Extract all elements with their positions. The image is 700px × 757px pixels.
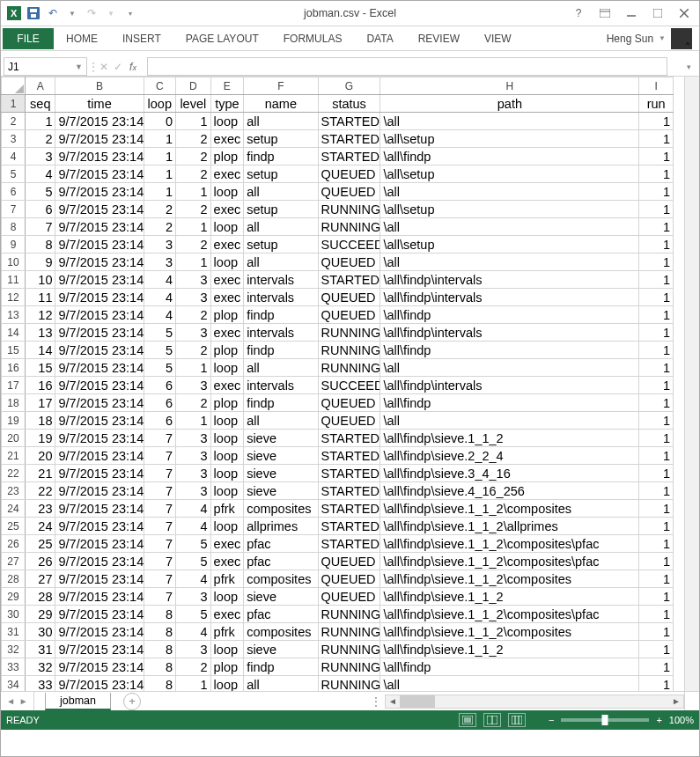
cell[interactable]: 29	[26, 606, 55, 623]
cell[interactable]: all	[244, 183, 318, 201]
cell[interactable]: 3	[176, 271, 211, 289]
cell[interactable]: \all	[380, 113, 639, 130]
cell[interactable]: \all\findp\sieve.4_16_256	[380, 482, 639, 500]
cell[interactable]: 26	[26, 553, 55, 570]
cell[interactable]: 1	[639, 218, 674, 236]
cell[interactable]: 1	[639, 482, 674, 500]
cell[interactable]: 27	[26, 570, 55, 588]
cell[interactable]: pfrk	[210, 500, 244, 518]
cell[interactable]: all	[244, 676, 318, 692]
cell[interactable]: loop	[210, 465, 244, 482]
row-header[interactable]: 7	[2, 201, 26, 218]
cell[interactable]: 11	[26, 289, 55, 306]
row-header[interactable]: 22	[2, 465, 26, 482]
cell[interactable]: \all\findp\sieve.1_1_2\composites	[380, 623, 639, 641]
row-header[interactable]: 16	[2, 359, 26, 377]
cell[interactable]: 1	[639, 676, 674, 692]
cell[interactable]: 1	[639, 183, 674, 201]
cell[interactable]: \all	[380, 183, 639, 201]
row-header[interactable]: 23	[2, 482, 26, 500]
cell[interactable]: loop	[144, 95, 175, 113]
cell[interactable]: 4	[176, 570, 211, 588]
cell[interactable]: QUEUED	[318, 306, 380, 324]
cell[interactable]: 1	[176, 183, 211, 201]
cell[interactable]: loop	[210, 218, 244, 236]
cell[interactable]: 4	[144, 271, 175, 289]
cell[interactable]: loop	[210, 676, 244, 692]
cell[interactable]: exec	[210, 289, 244, 306]
cell[interactable]: setup	[244, 130, 318, 148]
cell[interactable]: STARTED	[318, 430, 380, 447]
cell[interactable]: 33	[26, 676, 55, 692]
cell[interactable]: 9/7/2015 23:14	[55, 359, 144, 377]
cell[interactable]: \all\findp	[380, 394, 639, 412]
cell[interactable]: 1	[639, 324, 674, 342]
cell[interactable]: RUNNING	[318, 606, 380, 623]
row-header[interactable]: 28	[2, 570, 26, 588]
row-header[interactable]: 34	[2, 676, 26, 692]
cell[interactable]: composites	[244, 500, 318, 518]
tab-view[interactable]: VIEW	[472, 28, 524, 49]
cell[interactable]: 1	[176, 254, 211, 271]
row-header[interactable]: 19	[2, 412, 26, 430]
cell[interactable]: 1	[639, 447, 674, 465]
tab-formulas[interactable]: FORMULAS	[271, 28, 355, 49]
cell[interactable]: 1	[144, 148, 175, 165]
select-all-corner[interactable]	[2, 77, 26, 95]
cell[interactable]: QUEUED	[318, 394, 380, 412]
cell[interactable]: 1	[176, 412, 211, 430]
cell[interactable]: \all\findp\sieve.1_1_2	[380, 588, 639, 606]
tab-home[interactable]: HOME	[54, 28, 110, 49]
cell[interactable]: exec	[210, 271, 244, 289]
col-header-E[interactable]: E	[210, 77, 244, 95]
cell[interactable]: 5	[144, 324, 175, 342]
cell[interactable]: STARTED	[318, 130, 380, 148]
row-header[interactable]: 5	[2, 165, 26, 183]
cell[interactable]: pfac	[244, 606, 318, 623]
cell[interactable]: \all\findp\sieve.1_1_2\allprimes	[380, 518, 639, 535]
cell[interactable]: 1	[639, 236, 674, 254]
cell[interactable]: 1	[144, 183, 175, 201]
undo-dropdown-icon[interactable]: ▼	[63, 4, 81, 22]
row-header[interactable]: 21	[2, 447, 26, 465]
cell[interactable]: all	[244, 113, 318, 130]
cell[interactable]: \all\findp\sieve.1_1_2	[380, 641, 639, 658]
hscroll-right-icon[interactable]: ►	[669, 696, 683, 706]
redo-icon[interactable]: ↷	[83, 4, 100, 22]
cell[interactable]: 9/7/2015 23:14	[55, 430, 144, 447]
row-header[interactable]: 20	[2, 430, 26, 447]
cell[interactable]: 7	[144, 430, 175, 447]
cell[interactable]: 8	[144, 676, 175, 692]
cell[interactable]: 5	[176, 606, 211, 623]
cell[interactable]: 1	[639, 254, 674, 271]
hscroll-left-icon[interactable]: ◄	[386, 696, 400, 706]
cell[interactable]: sieve	[244, 588, 318, 606]
cell[interactable]: 19	[26, 430, 55, 447]
cell[interactable]: 3	[176, 289, 211, 306]
cell[interactable]: 1	[639, 342, 674, 359]
cell[interactable]: 0	[144, 113, 175, 130]
cell[interactable]: STARTED	[318, 500, 380, 518]
cell[interactable]: loop	[210, 113, 244, 130]
cell[interactable]: sieve	[244, 641, 318, 658]
cell[interactable]: 1	[639, 271, 674, 289]
cell[interactable]: 9/7/2015 23:14	[55, 306, 144, 324]
cell[interactable]: 31	[26, 641, 55, 658]
minimize-icon[interactable]	[620, 4, 643, 22]
cell[interactable]: loop	[210, 518, 244, 535]
cell[interactable]: 9/7/2015 23:14	[55, 606, 144, 623]
cell[interactable]: 3	[176, 482, 211, 500]
cell[interactable]: findp	[244, 394, 318, 412]
cell[interactable]: 9/7/2015 23:14	[55, 148, 144, 165]
cell[interactable]: type	[210, 95, 244, 113]
user-dropdown-icon[interactable]: ▼	[659, 34, 666, 42]
row-header[interactable]: 29	[2, 588, 26, 606]
cell[interactable]: STARTED	[318, 271, 380, 289]
cell[interactable]: 4	[176, 623, 211, 641]
row-header[interactable]: 12	[2, 289, 26, 306]
cell[interactable]: 3	[176, 465, 211, 482]
cell[interactable]: \all\findp\sieve.1_1_2\composites	[380, 500, 639, 518]
cell[interactable]: exec	[210, 201, 244, 218]
cell[interactable]: path	[380, 95, 639, 113]
cell[interactable]: 1	[639, 394, 674, 412]
